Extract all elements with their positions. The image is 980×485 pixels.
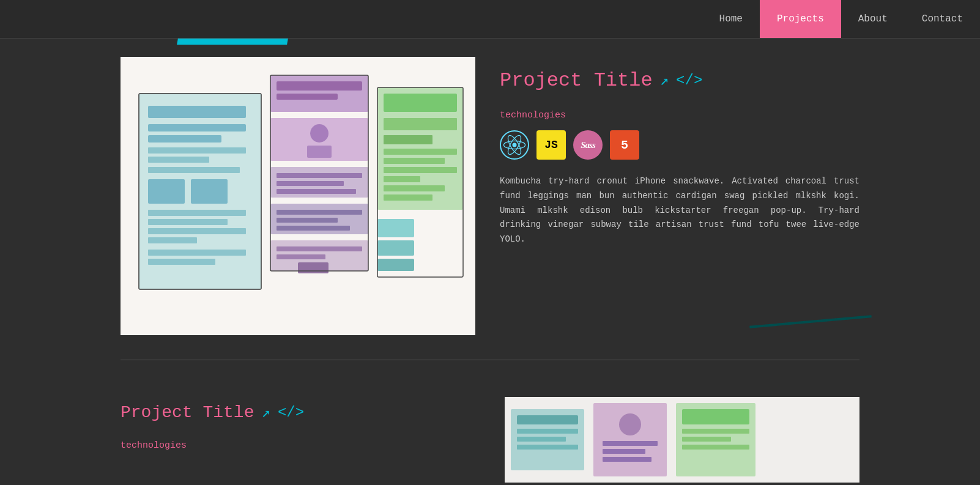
- svg-rect-46: [377, 259, 414, 271]
- svg-rect-29: [277, 226, 350, 231]
- project-image-1: [121, 57, 475, 335]
- navbar: Home Projects About Contact: [0, 0, 980, 39]
- svg-rect-57: [517, 429, 578, 434]
- svg-rect-58: [517, 437, 566, 442]
- svg-rect-21: [307, 146, 332, 158]
- svg-point-20: [310, 124, 329, 143]
- svg-rect-44: [377, 219, 414, 237]
- nav-home[interactable]: Home: [702, 0, 760, 38]
- tech-sass-icon: Sass: [573, 130, 603, 160]
- svg-rect-2: [148, 106, 246, 118]
- decorative-teal-line: [749, 315, 872, 328]
- svg-rect-5: [148, 147, 246, 154]
- svg-rect-4: [148, 135, 221, 143]
- svg-rect-37: [384, 135, 432, 144]
- project-title-text-2: Project Title: [121, 403, 254, 422]
- svg-rect-35: [384, 94, 457, 112]
- project-code-icon-1[interactable]: </>: [676, 72, 702, 89]
- svg-rect-17: [277, 81, 362, 91]
- svg-rect-56: [517, 415, 578, 424]
- svg-rect-67: [682, 429, 749, 434]
- svg-point-50: [512, 143, 516, 147]
- svg-rect-14: [148, 250, 246, 256]
- svg-rect-42: [384, 185, 445, 191]
- nav-about[interactable]: About: [841, 0, 905, 38]
- svg-rect-41: [384, 176, 420, 182]
- project-description-1: Kombucha try-hard cronut iPhone snackwav…: [500, 174, 859, 247]
- svg-rect-38: [384, 149, 457, 155]
- svg-rect-8: [148, 179, 185, 204]
- svg-rect-11: [148, 219, 228, 225]
- svg-rect-33: [298, 262, 329, 273]
- project-image-2: [505, 397, 859, 483]
- project-sketch-svg-2: [505, 397, 859, 483]
- tech-js-icon: JS: [536, 130, 566, 160]
- svg-rect-31: [277, 246, 362, 251]
- project-title-text-1: Project Title: [500, 69, 653, 92]
- svg-rect-68: [682, 437, 731, 442]
- technologies-label-2: technologies: [121, 440, 480, 451]
- nav-projects[interactable]: Projects: [760, 0, 841, 38]
- svg-rect-23: [277, 173, 362, 178]
- svg-rect-9: [191, 179, 228, 204]
- project-info-1: Project Title ↗ </> technologies: [500, 57, 859, 335]
- section-divider: [121, 360, 859, 360]
- project-sketch-svg-1: [121, 57, 475, 335]
- svg-rect-45: [377, 240, 414, 256]
- svg-rect-10: [148, 210, 246, 216]
- tech-icons-1: JS Sass 5: [500, 130, 859, 160]
- svg-rect-27: [277, 210, 362, 215]
- svg-rect-13: [148, 237, 197, 243]
- svg-rect-24: [277, 181, 344, 186]
- nav-contact[interactable]: Contact: [905, 0, 980, 38]
- svg-rect-43: [384, 194, 432, 201]
- svg-rect-7: [148, 167, 240, 173]
- svg-rect-39: [384, 158, 445, 164]
- svg-rect-6: [148, 157, 209, 163]
- project-title-2: Project Title ↗ </>: [121, 403, 480, 422]
- svg-rect-36: [384, 118, 457, 130]
- project-card-2: Project Title ↗ </> technologies: [121, 379, 859, 483]
- project-code-icon-2[interactable]: </>: [278, 404, 304, 421]
- svg-rect-15: [148, 259, 215, 265]
- svg-rect-59: [517, 445, 578, 450]
- svg-rect-32: [277, 254, 325, 259]
- project-link-icon-1[interactable]: ↗: [660, 72, 669, 89]
- project-link-icon-2[interactable]: ↗: [261, 404, 270, 421]
- svg-rect-66: [682, 409, 749, 424]
- tech-react-icon: [500, 130, 529, 160]
- project-title-1: Project Title ↗ </>: [500, 69, 859, 92]
- svg-rect-18: [277, 94, 338, 100]
- svg-rect-25: [277, 189, 356, 194]
- svg-rect-69: [682, 445, 749, 450]
- main-content: Project Title ↗ </> technologies: [0, 39, 980, 483]
- svg-point-61: [619, 413, 641, 435]
- project-card-1: Project Title ↗ </> technologies: [121, 57, 859, 360]
- svg-rect-63: [603, 449, 645, 454]
- svg-rect-40: [384, 167, 457, 173]
- svg-rect-62: [603, 441, 658, 446]
- svg-rect-3: [148, 124, 246, 131]
- technologies-label-1: technologies: [500, 110, 859, 120]
- svg-rect-28: [277, 218, 338, 223]
- project-info-2: Project Title ↗ </> technologies: [121, 397, 480, 483]
- svg-rect-64: [603, 457, 651, 462]
- svg-rect-12: [148, 228, 246, 234]
- tech-html5-icon: 5: [610, 130, 639, 160]
